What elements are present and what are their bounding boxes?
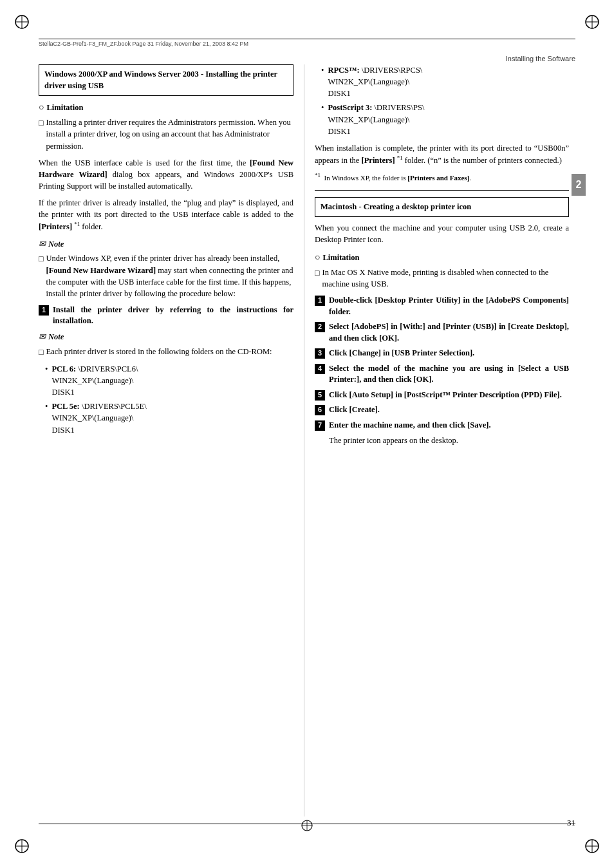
note-text-2: Each printer driver is stored in the fol… — [46, 346, 272, 358]
para-after-bullets: When installation is complete, the print… — [315, 142, 569, 166]
header-bar: StellaC2-GB-Pref1-F3_FM_ZF.book Page 31 … — [39, 39, 575, 48]
header-meta: StellaC2-GB-Pref1-F3_FM_ZF.book Page 31 … — [39, 39, 575, 48]
note-block-2: ✉ Note □ Each printer driver is stored i… — [39, 331, 293, 358]
limitation-label: Limitation — [46, 102, 83, 113]
divider — [315, 190, 569, 191]
bullet-pcl5e: • PCL 5e: \DRIVERS\PCL5E\WIN2K_XP\(Langu… — [45, 401, 293, 435]
corner-tr — [582, 12, 602, 32]
mac-limitation-text-1: In Mac OS X Native mode, printing is dis… — [322, 267, 569, 290]
mac-step-7-content: Enter the machine name, and then click [… — [329, 420, 569, 431]
mac-step-7: 7 Enter the machine name, and then click… — [315, 420, 569, 431]
mac-step-6-num: 6 — [315, 405, 325, 415]
note-checkbox-2: □ — [39, 346, 44, 358]
section-header: Windows 2000/XP and Windows Server 2003 … — [39, 64, 293, 96]
mac-step-1-content: Double-click [Desktop Printer Utility] i… — [329, 295, 569, 317]
bullet-text-3: RPCS™: \DRIVERS\RPCS\WIN2K_XP\(Language)… — [328, 64, 422, 99]
limitation-item-1: □ Installing a printer driver requires t… — [39, 117, 293, 151]
para-1: When the USB interface cable is used for… — [39, 157, 293, 192]
page-number: 31 — [567, 818, 575, 828]
mac-intro: When you connect the machine and your co… — [315, 222, 569, 245]
footer-line — [39, 824, 575, 824]
limitation-block: ○ Limitation □ Installing a printer driv… — [39, 101, 293, 152]
mac-step-4: 4 Select the model of the machine you ar… — [315, 363, 569, 386]
mac-step-1-num: 1 — [315, 296, 325, 306]
bullet-pcl6: • PCL 6: \DRIVERS\PCL6\WIN2K_XP\(Languag… — [45, 363, 293, 398]
bullet-sym-2: • — [45, 401, 48, 435]
mac-header-text: Macintosh - Creating a desktop printer i… — [321, 202, 471, 211]
mac-section-header: Macintosh - Creating a desktop printer i… — [315, 197, 569, 218]
note-label-2: Note — [48, 331, 64, 343]
note-title-2: ✉ Note — [39, 331, 293, 343]
note-checkbox-1: □ — [39, 253, 44, 299]
installing-label: Installing the Software — [506, 55, 575, 62]
mac-step-3: 3 Click [Change] in [USB Printer Selecti… — [315, 348, 569, 359]
note-icon-1: ✉ — [39, 238, 46, 250]
step-1-num: 1 — [39, 305, 49, 316]
step-1-content: Install the printer driver by referring … — [53, 305, 293, 327]
mac-step-5-num: 5 — [315, 390, 325, 401]
mac-checkbox-sym: □ — [315, 267, 320, 290]
footnote-1: *1 In Windows XP, the folder is [Printer… — [315, 171, 569, 184]
limitation-text-1: Installing a printer driver requires the… — [46, 117, 293, 151]
mac-limitation-icon: ○ — [315, 251, 320, 264]
bullet-sym-4: • — [321, 102, 324, 137]
limitation-title: ○ Limitation — [39, 101, 293, 114]
mac-step-4-content: Select the model of the machine you are … — [329, 363, 569, 386]
limitation-icon: ○ — [39, 101, 44, 114]
note-text-1: Under Windows XP, even if the printer dr… — [46, 252, 293, 299]
mac-limitation-title: ○ Limitation — [315, 251, 569, 264]
mac-step-2: 2 Select [AdobePS] in [With:] and [Print… — [315, 321, 569, 344]
right-column: • RPCS™: \DRIVERS\RPCS\WIN2K_XP\(Languag… — [304, 64, 569, 816]
mac-step-6: 6 Click [Create]. — [315, 404, 569, 416]
mac-step-4-num: 4 — [315, 364, 325, 374]
chapter-tab: 2 — [572, 174, 586, 196]
bullet-text-1: PCL 6: \DRIVERS\PCL6\WIN2K_XP\(Language)… — [51, 363, 138, 398]
footer-center-cross — [299, 818, 315, 836]
bullet-list: • PCL 6: \DRIVERS\PCL6\WIN2K_XP\(Languag… — [45, 363, 293, 436]
note-block-1: ✉ Note □ Under Windows XP, even if the p… — [39, 238, 293, 299]
mac-step-2-content: Select [AdobePS] in [With:] and [Printer… — [329, 321, 569, 344]
step-1: 1 Install the printer driver by referrin… — [39, 305, 293, 327]
mac-limitation-item-1: □ In Mac OS X Native mode, printing is d… — [315, 267, 569, 290]
corner-bl — [12, 836, 32, 856]
bullet-list-right: • RPCS™: \DRIVERS\RPCS\WIN2K_XP\(Languag… — [321, 64, 569, 137]
bullet-sym-1: • — [45, 363, 48, 398]
bullet-text-2: PCL 5e: \DRIVERS\PCL5E\WIN2K_XP\(Languag… — [51, 401, 146, 435]
mac-limitation-label: Limitation — [322, 252, 359, 263]
note-item-2: □ Each printer driver is stored in the f… — [39, 346, 293, 358]
mac-step-2-num: 2 — [315, 322, 325, 332]
checkbox-sym: □ — [39, 117, 44, 151]
bullet-sym-3: • — [321, 64, 324, 99]
note-item-1: □ Under Windows XP, even if the printer … — [39, 252, 293, 299]
desktop-note: The printer icon appears on the desktop. — [329, 435, 569, 446]
mac-step-5: 5 Click [Auto Setup] in [PostScript™ Pri… — [315, 390, 569, 401]
note-title-1: ✉ Note — [39, 238, 293, 250]
page: StellaC2-GB-Pref1-F3_FM_ZF.book Page 31 … — [0, 0, 614, 868]
bullet-rpcs: • RPCS™: \DRIVERS\RPCS\WIN2K_XP\(Languag… — [321, 64, 569, 99]
content-area: Windows 2000/XP and Windows Server 2003 … — [39, 64, 569, 816]
mac-limitation-block: ○ Limitation □ In Mac OS X Native mode, … — [315, 251, 569, 290]
note-label-1: Note — [48, 238, 64, 250]
left-column: Windows 2000/XP and Windows Server 2003 … — [39, 64, 304, 816]
corner-br — [582, 836, 602, 856]
mac-step-3-content: Click [Change] in [USB Printer Selection… — [329, 348, 569, 359]
note-icon-2: ✉ — [39, 331, 46, 343]
para-2: If the printer driver is already install… — [39, 197, 293, 233]
mac-step-1: 1 Double-click [Desktop Printer Utility]… — [315, 295, 569, 317]
mac-step-3-num: 3 — [315, 348, 325, 359]
bullet-ps3: • PostScript 3: \DRIVERS\PS\WIN2K_XP\(La… — [321, 102, 569, 137]
mac-step-5-content: Click [Auto Setup] in [PostScript™ Print… — [329, 390, 569, 401]
corner-tl — [12, 12, 32, 32]
bullet-text-4: PostScript 3: \DRIVERS\PS\WIN2K_XP\(Lang… — [328, 102, 424, 137]
mac-step-7-num: 7 — [315, 420, 325, 431]
mac-step-6-content: Click [Create]. — [329, 404, 569, 416]
